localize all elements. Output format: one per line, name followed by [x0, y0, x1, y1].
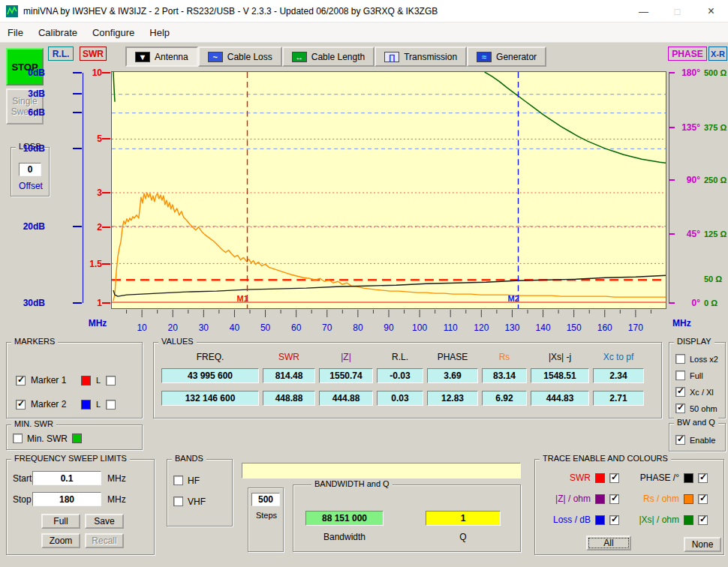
axis-tick [669, 179, 675, 181]
chart-plot[interactable]: M1M2 [111, 71, 666, 309]
x-tick-label-70: 70 [322, 322, 332, 333]
marker-1-l-checkbox[interactable] [106, 376, 116, 386]
values-header-phase: PHASE [427, 352, 478, 362]
trace-item-swr: SWR [538, 472, 619, 484]
tab-antenna[interactable]: ▼Antenna [125, 46, 198, 67]
trace-xs-ohm-color-swatch[interactable] [684, 515, 693, 525]
start-label: Start [13, 473, 32, 484]
bw-q-enable-checkbox[interactable] [675, 435, 685, 445]
min-swr-checkbox[interactable] [13, 434, 23, 443]
ohm-axis-label-375: 375 Ω [704, 122, 728, 134]
all-traces-button[interactable]: All [586, 536, 631, 550]
min-swr-color-swatch[interactable] [72, 434, 82, 443]
marker-label-m2: M2 [508, 294, 519, 303]
trace-phase-label: PHASE /° [627, 472, 679, 483]
sweep-limits-legend: FREQUENCY SWEEP LIMITS [11, 454, 130, 463]
marker-1-checkbox[interactable] [16, 376, 26, 386]
marker-2-l-checkbox[interactable] [106, 400, 116, 410]
values-header-swr: SWR [263, 352, 315, 362]
ohm-axis-label-50: 50 Ω [704, 273, 728, 285]
value-r-l-m1: -0.03 [377, 368, 423, 383]
save-button[interactable]: Save [85, 514, 124, 529]
trace-loss-db-label: Loss / dB [538, 514, 591, 525]
marker-1-color-swatch[interactable] [81, 376, 91, 386]
zoom-button[interactable]: Zoom [41, 533, 80, 548]
axis-tick [73, 72, 82, 74]
bands-group: BANDS HFVHF [167, 459, 233, 526]
start-freq-input[interactable] [32, 471, 101, 485]
values-header-xs-j: |Xs| -j [531, 352, 589, 362]
min-swr-row: Min. SWR [13, 433, 82, 444]
phase-axis-label-180: 180° [675, 67, 700, 79]
band-hf-row: HF [173, 475, 200, 486]
swr-axis-label-3: 3 [83, 187, 102, 199]
loss-offset-input[interactable] [19, 163, 41, 176]
tab-cable-loss[interactable]: ~Cable Loss [198, 46, 282, 67]
trace-xs-ohm-checkbox[interactable] [698, 515, 708, 525]
axis-tick [73, 148, 82, 149]
trace-loss-db-color-swatch[interactable] [595, 515, 605, 525]
full-button[interactable]: Full [41, 514, 80, 529]
value-phase-m2: 12.83 [427, 391, 478, 406]
band-vhf-row: VHF [173, 496, 206, 507]
tab-label-transmission: Transmission [404, 52, 457, 62]
display-50-ohm-row: 50 ohm [675, 403, 717, 414]
axis-tick [669, 233, 675, 235]
display-full-checkbox[interactable] [675, 370, 685, 380]
min-swr-label: Min. SWR [27, 434, 68, 444]
x-tick-label-120: 120 [474, 322, 489, 333]
tab-label-cable-loss: Cable Loss [227, 52, 272, 62]
trace-rs-ohm-checkbox[interactable] [698, 494, 708, 504]
steps-input[interactable] [251, 493, 280, 506]
stop-freq-input[interactable] [32, 492, 101, 506]
none-traces-button[interactable]: None [684, 537, 721, 552]
menu-help[interactable]: Help [142, 24, 177, 41]
tab-transmission[interactable]: ∏Transmission [375, 46, 467, 67]
axis-tick [102, 263, 110, 265]
trace-item-loss-db: Loss / dB [538, 514, 619, 526]
display-xc-xl-checkbox[interactable] [675, 387, 685, 397]
tab-cable-length[interactable]: ↔Cable Length [282, 46, 375, 67]
antenna-icon: ▼ [135, 52, 150, 62]
trace-item-rs-ohm: Rs / ohm [627, 493, 708, 505]
rl-scale-header: R.L. [48, 46, 74, 61]
markers-group: MARKERS Marker 1LMarker 2L [6, 342, 143, 418]
display-full-label: Full [690, 371, 703, 380]
markers-legend: MARKERS [11, 337, 58, 346]
axis-tick [73, 93, 82, 94]
value-z-m2: 444.88 [319, 391, 373, 406]
minimize-button[interactable]: — [627, 0, 660, 22]
axis-tick [102, 72, 110, 74]
marker-2-color-swatch[interactable] [81, 400, 91, 410]
trace-z-ohm-color-swatch[interactable] [595, 494, 605, 504]
value-swr-m2: 448.88 [263, 391, 315, 406]
trace-swr-color-swatch[interactable] [595, 473, 605, 483]
close-button[interactable]: × [694, 0, 728, 22]
status-strip [242, 463, 521, 478]
rl-axis-label-20db: 20dB [17, 220, 45, 232]
values-row-marker1: 43 995 600814.481550.74-0.033.6983.14154… [161, 368, 644, 383]
trace-xs [485, 72, 666, 163]
display-xc-xl-row: Xc / Xl [675, 386, 714, 398]
band-vhf-checkbox[interactable] [173, 496, 183, 506]
trace-z-ohm-checkbox[interactable] [609, 494, 619, 504]
axis-tick [669, 72, 675, 74]
trace-swr-checkbox[interactable] [609, 473, 619, 483]
trace-item-z-ohm: |Z| / ohm [538, 493, 619, 505]
tab-generator[interactable]: ≈Generator [467, 46, 546, 67]
values-header-xc-to-pf: Xc to pf [593, 352, 644, 362]
menu-calibrate[interactable]: Calibrate [31, 24, 85, 41]
chart-x-axis: 1020304050607080901001101201301401501601… [111, 310, 666, 334]
trace-phase-color-swatch[interactable] [684, 473, 693, 483]
axis-tick [669, 302, 675, 304]
trace-rs-ohm-color-swatch[interactable] [684, 494, 693, 504]
trace-loss-db-checkbox[interactable] [609, 515, 619, 525]
menu-configure[interactable]: Configure [85, 24, 142, 41]
marker-2-checkbox[interactable] [16, 400, 26, 410]
band-hf-checkbox[interactable] [173, 476, 183, 485]
trace-phase-checkbox[interactable] [698, 473, 708, 483]
menu-file[interactable]: File [0, 24, 31, 41]
axis-tick [669, 127, 675, 128]
display-loss-x2-checkbox[interactable] [675, 354, 685, 364]
display-50-ohm-checkbox[interactable] [675, 404, 685, 413]
